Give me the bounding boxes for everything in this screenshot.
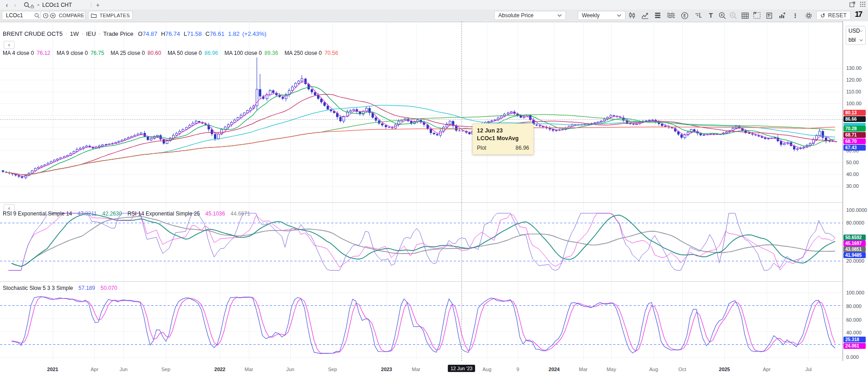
- ma-legend-item[interactable]: MA 4 close 0 76.12: [3, 50, 50, 56]
- rsi-tick-label: 100.0000: [846, 207, 867, 213]
- ma-legend-item[interactable]: MA 50 close 0 86.96: [168, 50, 218, 56]
- ma-legend-item[interactable]: MA 100 close 0 89.36: [224, 50, 278, 56]
- symbol-header[interactable]: BRENT CRUDE OCT5 · 1W · IEU · Trade Pric…: [3, 30, 269, 37]
- events-button[interactable]: [679, 10, 690, 20]
- drawing-tools-icon: [694, 12, 702, 19]
- rsi-legend-item[interactable]: 45.1036: [205, 211, 225, 217]
- indicator-button[interactable]: [640, 10, 650, 20]
- templates-button[interactable]: TEMPLATES: [88, 11, 133, 20]
- tab-separator: [91, 2, 91, 8]
- interval-dropdown[interactable]: Weekly: [578, 11, 625, 20]
- price-axis-badge: 70.28: [843, 126, 866, 132]
- zoom-out-button[interactable]: [728, 10, 739, 20]
- add-panel-icon: [753, 12, 761, 19]
- table-view-button[interactable]: [739, 10, 750, 20]
- rsi-legend-item[interactable]: 42.2630: [102, 211, 122, 217]
- new-tab-button[interactable]: +: [94, 1, 102, 9]
- stochastic-tick-label: 0.000: [846, 354, 859, 360]
- gear-icon: [805, 12, 813, 20]
- candlestick-style-button[interactable]: [626, 10, 637, 20]
- search-icon[interactable]: [24, 2, 30, 8]
- rsi-legend-item[interactable]: 44.6671: [230, 211, 250, 217]
- time-label: Apr: [763, 367, 770, 372]
- time-label: Aug: [649, 367, 658, 372]
- stochastic-legend-item[interactable]: 57.189: [79, 285, 95, 291]
- unit-selector: USD bbl: [846, 26, 866, 45]
- waves-button[interactable]: [665, 10, 676, 20]
- panel-divider[interactable]: [0, 281, 868, 282]
- back-button[interactable]: ‹: [3, 1, 11, 9]
- ohlc-pair: H76.74: [161, 30, 180, 37]
- unit-dropdown[interactable]: bbl: [846, 35, 865, 44]
- tradingview-logo[interactable]: 17: [855, 10, 862, 19]
- news-icon: [766, 12, 773, 19]
- rsi-legend-item[interactable]: RSI 9 Exponential Simple 14: [3, 211, 72, 217]
- ma-legend-item[interactable]: MA 25 close 0 80.60: [110, 50, 161, 56]
- forward-button[interactable]: ›: [11, 1, 19, 9]
- time-label: 2022: [214, 367, 225, 372]
- ma-legend-item[interactable]: MA 250 close 0 70.56: [284, 50, 338, 56]
- symbol-input[interactable]: [5, 12, 33, 19]
- more-options-button[interactable]: ⋮: [790, 10, 801, 20]
- change-value: 1.82: [228, 30, 239, 37]
- price-mode-dropdown[interactable]: Absolute Price: [494, 11, 566, 20]
- time-axis[interactable]: 2021AprJunSep2022MarJunSep2023MarAug9202…: [0, 361, 868, 377]
- rsi-legend-item[interactable]: 47.3211: [78, 211, 97, 217]
- drawing-tools-button[interactable]: [693, 10, 704, 20]
- tooltip-row-value: 86.96: [516, 145, 529, 151]
- layers-icon: [654, 12, 661, 19]
- time-label: Aug: [482, 367, 491, 372]
- symbol-search-box[interactable]: [2, 11, 41, 20]
- chart-toolbar: COMPARE TEMPLATES Absolute Price Weekly: [0, 10, 868, 22]
- time-label: 9: [516, 367, 519, 372]
- settings-button[interactable]: [803, 10, 814, 20]
- collapse-main-legend-button[interactable]: ‹: [4, 41, 15, 49]
- rsi-legend-item[interactable]: RSI 14 Exponential Simple 25: [128, 211, 200, 217]
- rsi-axis-badge: 41.9485: [843, 252, 866, 258]
- tooltip-date: 12 Jun 23: [477, 127, 529, 135]
- price-tick-label: 130.00: [846, 65, 862, 71]
- stochastic-legend-item[interactable]: Stochastic Slow 5 3 3 Simple: [3, 285, 73, 291]
- stochastic-indicator-chart[interactable]: [0, 281, 843, 361]
- candlestick-style-icon: [628, 12, 636, 19]
- price-axis-badge: 68.71: [843, 132, 866, 138]
- add-panel-button[interactable]: [751, 10, 762, 20]
- stochastic-axis-badge: 25.318: [843, 337, 866, 343]
- breadcrumb-caret-icon: ▸: [38, 3, 40, 7]
- chart-application: ‹ › ▸ LCOc1 CHT + CO: [0, 0, 868, 377]
- text-tool-button[interactable]: T: [705, 10, 716, 20]
- table-icon: [741, 12, 749, 19]
- news-button[interactable]: [764, 10, 775, 20]
- rsi-axis-badge: 50.6592: [843, 235, 866, 240]
- chart-export-icon: [779, 12, 786, 19]
- apps-grid-icon[interactable]: [859, 1, 866, 8]
- reset-button[interactable]: ↺ RESET: [816, 11, 851, 20]
- chevron-down-icon: [617, 14, 621, 17]
- stochastic-legend-item[interactable]: 50.070: [100, 285, 117, 291]
- kebab-icon: ⋮: [793, 12, 799, 19]
- chart-export-button[interactable]: [777, 10, 788, 20]
- main-price-chart[interactable]: [0, 21, 843, 202]
- time-label: May: [607, 367, 616, 372]
- time-label: Mar: [245, 367, 253, 372]
- tab-title[interactable]: LCOc1 CHT: [42, 2, 72, 8]
- rsi-legend: RSI 9 Exponential Simple 1447.321142.263…: [3, 211, 256, 217]
- change-percent: (+2.43%): [242, 30, 266, 37]
- reset-icon: ↺: [820, 12, 825, 19]
- currency-dropdown[interactable]: USD: [846, 26, 865, 35]
- data-tooltip: 12 Jun 23 LCOc1 MovAvg Plot 86.96: [472, 123, 534, 155]
- tooltip-row-label: Plot: [477, 145, 486, 151]
- indicator-chart-icon: [641, 12, 649, 19]
- layers-button[interactable]: [652, 10, 663, 20]
- time-label: Apr: [90, 367, 98, 372]
- time-label: Jun: [119, 367, 128, 372]
- compare-button[interactable]: COMPARE: [49, 11, 85, 20]
- ma-legend-item[interactable]: MA 9 close 0 76.75: [57, 50, 104, 56]
- time-label: 2025: [719, 367, 730, 372]
- popout-icon[interactable]: [849, 1, 856, 8]
- time-label: Sep: [328, 367, 337, 372]
- price-axis[interactable]: USD bbl: [843, 21, 868, 361]
- zoom-in-button[interactable]: [717, 10, 728, 20]
- panel-divider[interactable]: [0, 202, 868, 203]
- time-label: Jul: [805, 367, 812, 372]
